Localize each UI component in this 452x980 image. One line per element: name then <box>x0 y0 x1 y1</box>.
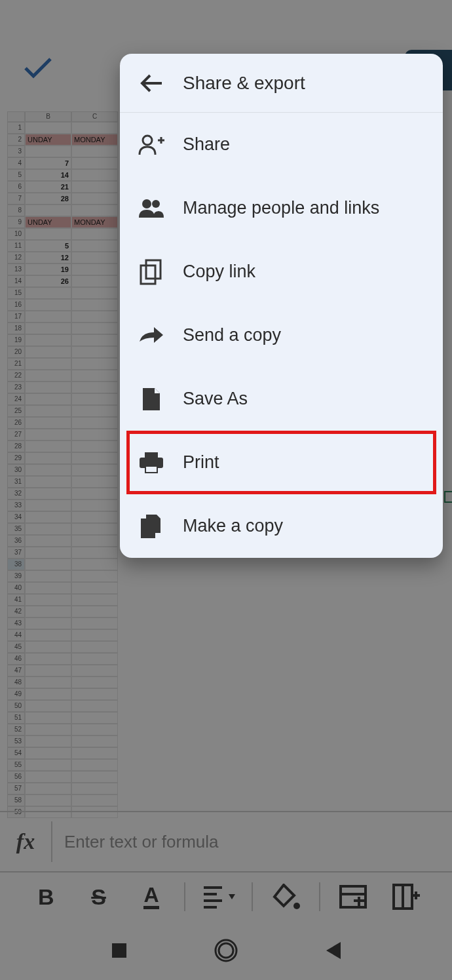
print-icon <box>120 451 183 475</box>
menu-item-saveas[interactable]: Save As <box>120 367 443 431</box>
svg-rect-26 <box>145 452 158 458</box>
menu-item-label: Share <box>183 134 230 155</box>
menu-item-print[interactable]: Print <box>120 431 443 494</box>
menu-item-manage[interactable]: Manage people and links <box>120 176 443 240</box>
send-arrow-icon <box>120 326 183 345</box>
svg-rect-29 <box>146 467 157 472</box>
menu-item-label: Manage people and links <box>183 198 379 218</box>
menu-item-copylink[interactable]: Copy link <box>120 240 443 304</box>
menu-item-share[interactable]: Share <box>120 113 443 176</box>
menu-title: Share & export <box>183 73 305 94</box>
menu-item-label: Send a copy <box>183 325 281 345</box>
menu-item-makecopy[interactable]: Make a copy <box>120 494 443 558</box>
svg-rect-24 <box>146 260 160 279</box>
people-icon <box>120 198 183 219</box>
svg-rect-30 <box>141 519 155 538</box>
menu-item-label: Print <box>183 452 219 473</box>
menu-item-label: Make a copy <box>183 516 283 536</box>
svg-point-23 <box>152 200 160 208</box>
person-add-icon <box>120 134 183 156</box>
menu-item-label: Copy link <box>183 262 255 282</box>
svg-point-19 <box>143 136 152 145</box>
file-icon <box>120 387 183 412</box>
menu-item-label: Save As <box>183 389 248 409</box>
copy-icon <box>120 259 183 285</box>
menu-back-button[interactable] <box>120 73 183 93</box>
menu-item-sendcopy[interactable]: Send a copy <box>120 304 443 367</box>
menu-header: Share & export <box>120 54 443 113</box>
file-copy-icon <box>120 513 183 539</box>
share-export-menu: Share & export ShareManage people and li… <box>120 54 443 558</box>
svg-rect-25 <box>141 265 155 284</box>
svg-point-22 <box>142 199 151 208</box>
arrow-left-icon <box>140 73 163 93</box>
